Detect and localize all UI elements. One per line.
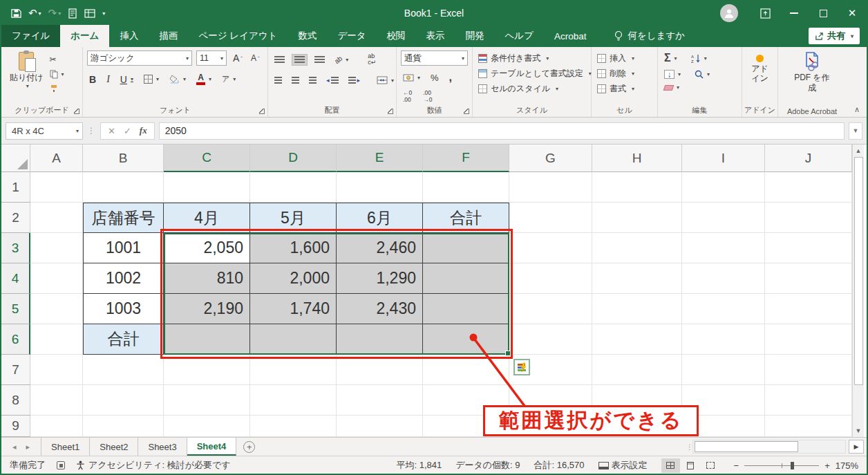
cell-E6[interactable] <box>337 324 423 355</box>
cell-J3[interactable] <box>765 233 852 263</box>
cell-E1[interactable] <box>337 172 423 203</box>
cell-B2[interactable]: 店舗番号 <box>83 203 164 233</box>
accounting-dropdown-icon[interactable]: ▾ <box>417 75 420 81</box>
scroll-down-icon[interactable]: ▼ <box>853 425 864 437</box>
cell-E9[interactable] <box>337 416 423 437</box>
cell-A7[interactable] <box>30 355 83 385</box>
align-center-button[interactable] <box>290 75 301 86</box>
cell-I6[interactable] <box>682 324 765 355</box>
cell-F2[interactable]: 合計 <box>423 203 509 233</box>
autosum-button[interactable]: Σ▾ <box>662 50 679 66</box>
cell-F7[interactable] <box>423 355 509 385</box>
decrease-indent-button[interactable]: ◂ <box>324 75 341 86</box>
cell-B6[interactable]: 合計 <box>83 324 164 355</box>
tab-挿入[interactable]: 挿入 <box>109 25 149 47</box>
select-all-corner[interactable] <box>1 145 30 172</box>
cell-C7[interactable] <box>164 355 250 385</box>
underline-button[interactable]: U▾ <box>118 73 135 86</box>
column-header-A[interactable]: A <box>30 145 83 172</box>
formula-expand-icon[interactable]: ▼ <box>849 122 862 140</box>
cell-G1[interactable] <box>509 172 592 203</box>
align-left-button[interactable] <box>272 75 284 86</box>
tab-数式[interactable]: 数式 <box>287 25 327 47</box>
column-header-D[interactable]: D <box>250 145 337 172</box>
increase-indent-button[interactable]: ▸ <box>346 75 363 86</box>
font-color-dropdown-icon[interactable]: ▾ <box>209 76 211 82</box>
cell-A2[interactable] <box>30 203 83 233</box>
cell-C5[interactable]: 2,190 <box>164 294 250 324</box>
name-box[interactable]: 4R x 4C▾ <box>6 122 83 140</box>
number-format-combo[interactable]: 通貨▾ <box>401 50 468 66</box>
minimize-button[interactable] <box>780 1 809 25</box>
autosum-dropdown-icon[interactable]: ▾ <box>674 55 677 62</box>
clear-button[interactable]: ▾ <box>662 83 681 92</box>
cell-I5[interactable] <box>682 294 765 324</box>
cell-F5[interactable] <box>423 294 509 324</box>
cell-A5[interactable] <box>30 294 83 324</box>
cell-I3[interactable] <box>682 233 765 263</box>
percent-style-button[interactable]: % <box>428 71 441 84</box>
clear-dropdown-icon[interactable]: ▾ <box>677 84 679 91</box>
sheet-tab-sheet2[interactable]: Sheet2 <box>90 438 138 456</box>
cell-F3[interactable] <box>423 233 509 263</box>
cell-E3[interactable]: 2,460 <box>337 233 423 263</box>
page-break-view-button[interactable] <box>701 458 720 473</box>
copy-dropdown-icon[interactable]: ▾ <box>62 71 64 77</box>
row-header-8[interactable]: 8 <box>1 385 30 416</box>
cell-B7[interactable] <box>83 355 164 385</box>
cell-C6[interactable] <box>164 324 250 355</box>
paste-dropdown-icon[interactable]: ▾ <box>26 83 29 90</box>
find-dropdown-icon[interactable]: ▾ <box>707 71 710 77</box>
row-header-6[interactable]: 6 <box>1 324 30 355</box>
tab-データ[interactable]: データ <box>327 25 376 47</box>
cell-H3[interactable] <box>592 233 682 263</box>
column-header-J[interactable]: J <box>765 145 852 172</box>
cell-A6[interactable] <box>30 324 83 355</box>
horizontal-scroll-thumb[interactable] <box>695 441 798 452</box>
cell-I4[interactable] <box>682 263 765 294</box>
sheet-tab-sheet1[interactable]: Sheet1 <box>41 438 90 456</box>
enter-icon[interactable]: ✓ <box>124 126 131 136</box>
font-dialog-launcher[interactable] <box>259 109 265 114</box>
cell-B9[interactable] <box>83 416 164 437</box>
cell-H6[interactable] <box>592 324 682 355</box>
tab-Acrobat[interactable]: Acrobat <box>544 25 597 47</box>
cell-G3[interactable] <box>509 233 592 263</box>
cell-C4[interactable]: 810 <box>164 263 250 294</box>
cell-B5[interactable]: 1003 <box>83 294 164 324</box>
cell-C8[interactable] <box>164 385 250 416</box>
cell-E7[interactable] <box>337 355 423 385</box>
increase-decimal-button[interactable]: ←0.00 <box>401 88 414 104</box>
column-header-E[interactable]: E <box>337 145 423 172</box>
cell-C2[interactable]: 4月 <box>164 203 250 233</box>
conditional-formatting-button[interactable]: 条件付き書式▾ <box>477 50 587 66</box>
comma-style-button[interactable]: , <box>447 70 454 85</box>
cell-styles-button[interactable]: セルのスタイル▾ <box>477 81 587 96</box>
row-header-1[interactable]: 1 <box>1 172 30 203</box>
orientation-dropdown-icon[interactable]: ▾ <box>346 57 348 63</box>
cell-J1[interactable] <box>765 172 852 203</box>
cell-H1[interactable] <box>592 172 682 203</box>
column-header-G[interactable]: G <box>509 145 592 172</box>
accounting-format-button[interactable]: ▾ <box>401 73 422 83</box>
cell-H7[interactable] <box>592 355 682 385</box>
cut-button[interactable]: ✂ <box>48 53 66 66</box>
formula-bar-splitter[interactable]: ⋮ <box>87 126 96 136</box>
cell-J4[interactable] <box>765 263 852 294</box>
cell-J9[interactable] <box>765 416 852 437</box>
close-button[interactable]: ✕ <box>838 1 867 25</box>
qat-customize-icon[interactable]: ▾ <box>102 10 105 17</box>
display-settings-button[interactable]: 表示設定 <box>598 459 648 472</box>
save-icon[interactable] <box>11 8 21 19</box>
cell-G2[interactable] <box>509 203 592 233</box>
horizontal-scrollbar[interactable] <box>692 440 846 454</box>
cell-A1[interactable] <box>30 172 83 203</box>
quick-analysis-button[interactable] <box>513 359 530 375</box>
orientation-button[interactable]: ab▾ <box>332 55 350 65</box>
row-header-4[interactable]: 4 <box>1 263 30 294</box>
cell-C3[interactable]: 2,050 <box>164 233 250 263</box>
row-header-7[interactable]: 7 <box>1 355 30 385</box>
sheet-next-icon[interactable]: ▸ <box>26 443 30 451</box>
cell-C9[interactable] <box>164 416 250 437</box>
cell-J5[interactable] <box>765 294 852 324</box>
